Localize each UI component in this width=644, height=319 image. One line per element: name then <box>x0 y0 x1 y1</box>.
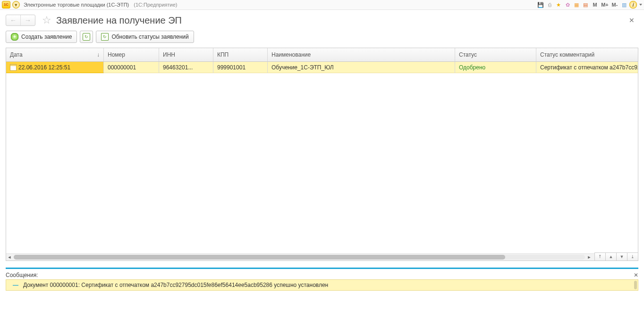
plus-icon: + <box>11 33 18 41</box>
memory-mminus-button[interactable]: M- <box>610 2 619 8</box>
message-item[interactable]: — Документ 000000001: Сертификат с отпеч… <box>6 279 638 291</box>
col-header-number[interactable]: Номер <box>104 48 159 61</box>
col-header-status[interactable]: Статус <box>455 48 536 61</box>
info-dropdown-icon[interactable] <box>639 4 642 6</box>
scroll-thumb[interactable] <box>14 255 505 260</box>
col-header-inn[interactable]: ИНН <box>159 48 213 61</box>
nav-back-button[interactable]: ← <box>6 15 20 25</box>
page-title: Заявление на получение ЭП <box>56 15 182 26</box>
panels-icon[interactable]: ▥ <box>620 1 628 8</box>
info-icon[interactable]: i <box>629 1 637 8</box>
message-text: Документ 000000001: Сертификат с отпечат… <box>23 282 328 288</box>
page-header: ← → ☆ Заявление на получение ЭП ✕ <box>0 10 644 28</box>
table-nav-up[interactable]: ▲ <box>605 252 617 261</box>
table-header-row: Дата ↓ Номер ИНН КПП Наименование Статус… <box>6 48 638 62</box>
refresh-icon: ↻ <box>83 33 90 41</box>
table-nav-first[interactable]: ⤒ <box>594 252 606 261</box>
applications-table: Дата ↓ Номер ИНН КПП Наименование Статус… <box>6 48 638 261</box>
update-statuses-label: Обновить статусы заявлений <box>111 34 188 40</box>
cell-status: Одобрено <box>455 62 536 73</box>
col-header-kpp[interactable]: КПП <box>213 48 268 61</box>
close-page-button[interactable]: ✕ <box>625 15 638 26</box>
sort-indicator-icon: ↓ <box>97 51 100 58</box>
scroll-track[interactable] <box>14 255 585 260</box>
messages-divider <box>6 268 638 269</box>
cell-kpp: 999901001 <box>213 62 268 73</box>
favorite-star-icon[interactable]: ★ <box>555 1 562 8</box>
cell-inn: 96463201... <box>159 62 213 73</box>
calendar-icon[interactable]: ▤ <box>582 1 589 8</box>
app-menu-dropdown-icon[interactable]: ▾ <box>12 1 20 8</box>
col-header-date[interactable]: Дата ↓ <box>6 48 104 61</box>
table-row[interactable]: 22.06.2016 12:25:51 000000001 96463201..… <box>6 62 638 73</box>
table-nav-down[interactable]: ▼ <box>616 252 627 261</box>
app-subtitle: (1С:Предприятие) <box>134 2 177 8</box>
col-header-name[interactable]: Наименование <box>268 48 455 61</box>
messages-scroll-thumb[interactable] <box>634 281 637 289</box>
create-application-label: Создать заявление <box>21 34 72 40</box>
create-application-button[interactable]: + Создать заявление <box>6 31 77 43</box>
nav-forward-button[interactable]: → <box>20 15 35 25</box>
document-refresh-icon: ↻ <box>101 33 109 41</box>
messages-header: Сообщения: ✕ <box>6 272 638 278</box>
horizontal-scrollbar[interactable]: ◄ ► <box>6 253 638 260</box>
calculator-icon[interactable]: ▦ <box>573 1 580 8</box>
refresh-button[interactable]: ↻ <box>80 31 93 43</box>
table-body: 22.06.2016 12:25:51 000000001 96463201..… <box>6 62 638 253</box>
cell-status-comment: Сертификат с отпечатком a247b7cc92795dc0… <box>536 62 638 73</box>
cell-number: 000000001 <box>104 62 159 73</box>
app-title: Электронные торговые площадки (1С-ЭТП) <box>24 2 129 8</box>
toolbar: + Создать заявление ↻ ↻ Обновить статусы… <box>0 28 644 48</box>
col-header-status-comment[interactable]: Статус комментарий <box>536 48 638 61</box>
messages-label: Сообщения: <box>6 272 38 278</box>
scroll-right-icon[interactable]: ► <box>586 254 593 260</box>
print-icon[interactable]: ⎙ <box>546 1 553 8</box>
cell-name: Обучение_1С-ЭТП_ЮЛ <box>268 62 455 73</box>
favorite-page-icon[interactable]: ☆ <box>41 15 52 26</box>
save-icon[interactable]: 💾 <box>537 1 544 8</box>
memory-m-button[interactable]: M <box>591 2 599 8</box>
nav-buttons: ← → <box>6 15 35 26</box>
table-nav-last[interactable]: ⤓ <box>627 252 638 261</box>
table-nav-buttons: ⤒ ▲ ▼ ⤓ <box>595 252 638 261</box>
update-statuses-button[interactable]: ↻ Обновить статусы заявлений <box>96 31 194 43</box>
cell-date: 22.06.2016 12:25:51 <box>6 62 104 73</box>
message-bullet-icon: — <box>13 282 18 288</box>
app-logo-icon: 1C <box>2 1 10 8</box>
scroll-left-icon[interactable]: ◄ <box>6 254 13 260</box>
app-bar: 1C ▾ Электронные торговые площадки (1С-Э… <box>0 0 644 10</box>
memory-mplus-button[interactable]: M+ <box>601 2 609 8</box>
bookmark-icon[interactable]: ✿ <box>564 1 571 8</box>
messages-close-button[interactable]: ✕ <box>634 272 638 278</box>
document-row-icon <box>10 64 17 71</box>
